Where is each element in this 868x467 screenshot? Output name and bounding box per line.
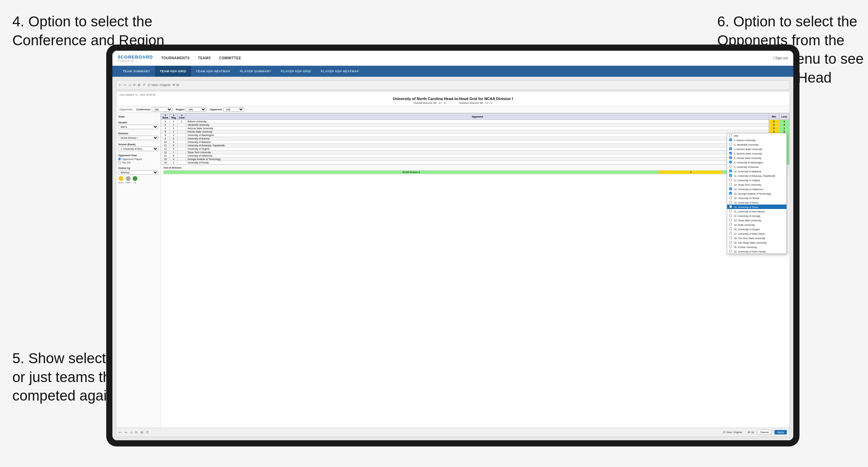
nav-tournaments[interactable]: TOURNAMENTS	[161, 55, 190, 61]
dropdown-checkbox[interactable]	[729, 138, 732, 141]
dropdown-checkbox[interactable]	[729, 232, 732, 235]
subnav-player-h2h-heatmap[interactable]: PLAYER H2H HEATMAP	[316, 66, 364, 77]
dropdown-item[interactable]: 20. University of Texas	[727, 205, 786, 209]
dropdown-item[interactable]: 11. University of Arkansas, Fayetteville	[727, 173, 786, 178]
dropdown-item[interactable]: 14. University of Oklahoma	[727, 187, 786, 191]
nav-signout[interactable]: | Sign out	[773, 56, 788, 60]
dropdown-checkbox[interactable]	[729, 165, 732, 168]
report-title: University of North Carolina Head-to-Hea…	[120, 97, 786, 101]
toolbar-redo[interactable]: ↪	[124, 83, 126, 87]
subnav-team-h2h-heatmap[interactable]: TEAM H2H HEATMAP	[191, 66, 235, 77]
dropdown-item[interactable]: 21. University of New Mexico	[727, 209, 786, 213]
dropdown-item[interactable]: 5. Arizona State University	[727, 151, 786, 156]
dropdown-checkbox[interactable]	[729, 161, 732, 163]
dropdown-checkbox[interactable]	[729, 187, 732, 190]
dropdown-checkbox[interactable]	[729, 250, 732, 253]
nav-items: TOURNAMENTS TEAMS COMMITTEE	[161, 55, 773, 61]
dropdown-item[interactable]: 6. Florida State University	[727, 156, 786, 160]
bt-refresh[interactable]: ⟳	[135, 431, 138, 434]
dropdown-checkbox[interactable]	[729, 214, 732, 217]
opponent-dropdown[interactable]: (All) 2. Auburn University 3. Vanderbilt…	[727, 133, 787, 254]
dropdown-checkbox[interactable]	[729, 245, 732, 248]
dropdown-item[interactable]: (All)	[727, 133, 786, 138]
opponent-select[interactable]: (All)	[223, 107, 244, 112]
dropdown-item[interactable]: 16. University of Florida	[727, 196, 786, 200]
bt-undo[interactable]: ↩	[119, 431, 122, 434]
dropdown-item[interactable]: 27. University of Notre Dame	[727, 231, 786, 236]
apply-button[interactable]: Apply	[774, 430, 787, 434]
dropdown-checkbox[interactable]	[729, 201, 732, 204]
dropdown-item[interactable]: 28. The Ohio State University	[727, 236, 786, 240]
toolbar-clock[interactable]: ⏱	[143, 83, 146, 87]
sidebar-school-select[interactable]: 1. University of Nort...	[118, 147, 158, 151]
toolbar-zoom-in[interactable]: ⊞	[138, 83, 140, 87]
dropdown-checkbox[interactable]	[729, 223, 732, 226]
dropdown-item[interactable]: 31. University of North Florida	[727, 249, 786, 254]
dropdown-item[interactable]: 9. University of Arizona	[727, 164, 786, 169]
sidebar-gender-select[interactable]: Men's	[118, 125, 158, 129]
toolbar-undo[interactable]: ↩	[119, 83, 122, 87]
conference-select[interactable]: (All)	[152, 107, 172, 112]
sidebar-division-select[interactable]: NCAA Division I	[118, 136, 158, 140]
dropdown-checkbox[interactable]	[729, 210, 732, 212]
dropdown-checkbox[interactable]	[729, 205, 732, 208]
dropdown-item[interactable]: 22. University of Georgia	[727, 213, 786, 218]
nav-committee[interactable]: COMMITTEE	[219, 55, 241, 61]
subnav-team-h2h-grid[interactable]: TEAM H2H GRID	[155, 66, 191, 77]
bt-eye[interactable]: 👁 W	[747, 431, 754, 434]
dropdown-checkbox[interactable]	[729, 174, 732, 177]
out-div-table: NCAA Division II 1 0	[163, 170, 787, 174]
dropdown-item[interactable]: 30. Purdue University	[727, 245, 786, 249]
dropdown-checkbox[interactable]	[729, 219, 732, 221]
region-select[interactable]: (All)	[186, 107, 206, 112]
dropdown-checkbox[interactable]	[729, 152, 732, 155]
dropdown-checkbox[interactable]	[729, 134, 732, 137]
bt-clock[interactable]: ⏱	[146, 431, 149, 434]
radio-top100[interactable]: Top 100	[118, 161, 158, 164]
radio-opponents-played[interactable]: Opponents Played	[118, 158, 158, 160]
bt-copy[interactable]: ⊞	[140, 431, 143, 434]
sidebar-division-section: Division NCAA Division I	[118, 132, 158, 140]
dropdown-checkbox[interactable]	[729, 236, 732, 239]
dropdown-item[interactable]: 3. Vanderbilt University	[727, 142, 786, 147]
dropdown-item[interactable]: 4. Arizona State University	[727, 147, 786, 151]
dropdown-item[interactable]: 24. Duke University	[727, 222, 786, 227]
dropdown-checkbox[interactable]	[729, 143, 732, 146]
sidebar-colour-by-select[interactable]: Win/loss	[118, 170, 158, 175]
bt-back[interactable]: ◁	[130, 431, 132, 434]
dropdown-item[interactable]: 13. Texas Tech University	[727, 182, 786, 187]
dropdown-checkbox[interactable]	[729, 156, 732, 159]
cancel-button[interactable]: Cancel	[757, 430, 772, 435]
cell-conf	[178, 147, 186, 151]
dropdown-item[interactable]: 2. Auburn University	[727, 138, 786, 142]
subnav-player-summary[interactable]: PLAYER SUMMARY	[235, 66, 276, 77]
dropdown-item[interactable]: 10. University of Alabama	[727, 169, 786, 173]
dropdown-checkbox[interactable]	[729, 170, 732, 172]
cell-rank: 13	[161, 151, 170, 154]
nav-teams[interactable]: TEAMS	[198, 55, 211, 61]
dropdown-item[interactable]: 8. University of Washington	[727, 160, 786, 164]
toolbar-refresh[interactable]: ⟳	[133, 83, 136, 87]
colour-level-label: Level	[125, 182, 130, 184]
dropdown-item[interactable]: 12. University of Virginia	[727, 178, 786, 182]
toolbar-back[interactable]: ◁	[129, 83, 131, 87]
dropdown-item[interactable]: 23. Texas A&M University	[727, 218, 786, 222]
dropdown-checkbox[interactable]	[729, 241, 732, 244]
dropdown-item[interactable]: 15. Georgia Institute of Technology	[727, 191, 786, 196]
subnav-player-h2h-grid[interactable]: PLAYER H2H GRID	[276, 66, 316, 77]
toolbar-eye[interactable]: 👁 W	[172, 83, 179, 87]
dropdown-checkbox[interactable]	[729, 192, 732, 195]
dropdown-checkbox[interactable]	[729, 179, 732, 181]
view-label: ⊡ View: Original	[723, 431, 742, 434]
dropdown-checkbox[interactable]	[729, 228, 732, 230]
dropdown-checkbox[interactable]	[729, 183, 732, 186]
cell-conf	[178, 154, 186, 158]
dropdown-item[interactable]: 25. University of Oregon	[727, 227, 786, 231]
dropdown-checkbox[interactable]	[729, 196, 732, 199]
bt-redo[interactable]: ↪	[124, 431, 127, 434]
dropdown-item[interactable]: 29. San Diego State University	[727, 240, 786, 245]
cell-opponent: Arizona State University	[186, 127, 769, 130]
dropdown-item[interactable]: 18. University of Illinois	[727, 200, 786, 205]
subnav-team-summary[interactable]: TEAM SUMMARY	[118, 66, 155, 77]
dropdown-checkbox[interactable]	[729, 147, 732, 150]
